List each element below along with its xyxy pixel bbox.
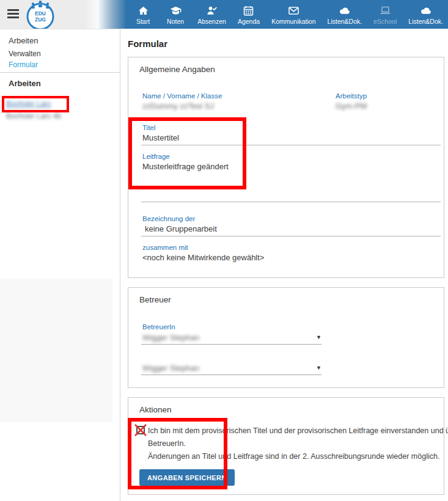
card-title: Allgemeine Angaben	[139, 65, 215, 74]
home-icon	[137, 5, 150, 16]
sidebar-section-title: Arbeiten	[9, 36, 38, 45]
sidebar-empty-panel	[0, 279, 112, 422]
person-check-icon	[205, 5, 218, 16]
betreuerin2-select-underline	[141, 375, 321, 375]
betreuerin-select-underline	[141, 344, 321, 345]
bezeichnung-input-underline	[141, 236, 441, 236]
sidebar-item-verwalten[interactable]: Verwalten	[9, 49, 41, 58]
chevron-down-icon[interactable]: ▼	[316, 365, 321, 371]
hamburger-menu-icon[interactable]	[7, 9, 19, 18]
consent-checkbox[interactable]	[136, 426, 145, 434]
bezeichnung-field-label: Bezeichnung der	[142, 215, 195, 222]
nav-item-listen-dok-1[interactable]: Listen&Dok.	[328, 5, 362, 25]
sidebar-item-formular[interactable]: Formular	[9, 60, 38, 69]
laptop-icon	[379, 5, 392, 16]
betreuerin2-select-value-redacted[interactable]: Wigger Stephan	[142, 364, 199, 373]
sidebar: Arbeiten Verwalten Formular Arbeiten Boc…	[0, 29, 120, 501]
nav-item-agenda[interactable]: Agenda	[238, 5, 260, 25]
titel-field-label: Titel	[142, 124, 155, 131]
titel-field-value[interactable]: Mustertitel	[142, 133, 179, 142]
nav-item-eschool[interactable]: eSchool	[373, 5, 397, 25]
consent-line-3: Änderungen an Titel und Leitfrage sind i…	[148, 450, 448, 463]
envelope-icon	[287, 5, 300, 16]
svg-text:ZUG: ZUG	[35, 16, 46, 23]
titel-input-underline	[141, 145, 441, 145]
cloud-icon	[338, 5, 351, 16]
nav-item-kommunikation[interactable]: Kommunikation	[271, 5, 315, 25]
save-button[interactable]: ANGABEN SPEICHERN	[139, 469, 235, 486]
svg-text:EDU: EDU	[35, 10, 46, 16]
zusammen-mit-field-value: <noch keine Mitwirkende gewählt>	[142, 253, 264, 262]
cloud-icon	[419, 5, 432, 16]
sidebar-student-item-redacted[interactable]: Bochsler Lars 4b	[6, 112, 61, 120]
nav-label: Start	[136, 18, 150, 25]
nav-item-listen-dok-2[interactable]: Listen&Dok.	[408, 5, 443, 25]
arbeitstyp-field-value-redacted: Gym-PM	[336, 101, 367, 111]
main-navigation: Start Noten Absenzen Agenda Kommunikatio…	[124, 0, 448, 29]
consent-line-2: BetreuerIn.	[148, 437, 448, 450]
chevron-down-icon[interactable]: ▼	[316, 334, 321, 340]
calendar-icon	[242, 5, 255, 16]
leitfrage-field-value[interactable]: Musterleitfrage geändert	[142, 162, 229, 171]
app-root: EDU ZUG Start Noten Absenzen Agenda	[0, 0, 448, 501]
betreuerin-select-value-redacted[interactable]: Wigger Stephan	[142, 333, 199, 342]
nav-label: Agenda	[238, 18, 260, 25]
nav-label: Listen&Dok.	[408, 18, 443, 25]
card-allgemeine-angaben: Allgemeine Angaben Name / Vorname / Klas…	[128, 57, 444, 278]
nav-label: Absenzen	[197, 18, 226, 25]
consent-line-1: Ich bin mit dem provisorischen Titel und…	[148, 425, 448, 437]
edu-zug-logo-icon: EDU ZUG	[23, 0, 57, 32]
top-navbar: EDU ZUG Start Noten Absenzen Agenda	[0, 0, 448, 29]
name-field-value-redacted: zzDummy zzTest SJ	[142, 101, 214, 111]
consent-text: Ich bin mit dem provisorischen Titel und…	[148, 425, 448, 463]
card-title: Aktionen	[139, 405, 172, 414]
zusammen-mit-field-label: zusammen mit	[142, 244, 188, 251]
leitfrage-input-underline	[141, 202, 441, 202]
betreuerin-field-label: BetreuerIn	[142, 323, 175, 331]
card-betreuer: Betreuer BetreuerIn Wigger Stephan ▼ Wig…	[128, 287, 444, 388]
nav-item-absenzen[interactable]: Absenzen	[197, 5, 226, 25]
nav-label: Listen&Dok.	[328, 18, 362, 25]
card-aktionen: Aktionen Ich bin mit dem provisorischen …	[128, 397, 444, 495]
sidebar-arbeiten-header: Arbeiten	[9, 79, 41, 88]
graduation-cap-icon	[169, 5, 182, 16]
nav-label: Kommunikation	[271, 18, 315, 25]
sidebar-student-link-redacted[interactable]: Bochsler Lars	[6, 100, 51, 108]
nav-label: eSchool	[373, 18, 397, 25]
nav-item-start[interactable]: Start	[133, 5, 153, 25]
page-title: Formular	[128, 38, 167, 49]
leitfrage-field-label: Leitfrage	[142, 153, 170, 160]
name-field-label: Name / Vorname / Klasse	[142, 92, 222, 100]
edu-zug-logo[interactable]: EDU ZUG	[23, 0, 57, 32]
arbeitstyp-field-label: Arbeitstyp	[336, 92, 367, 100]
card-title: Betreuer	[139, 295, 171, 304]
nav-label: Noten	[167, 18, 184, 25]
nav-item-noten[interactable]: Noten	[165, 5, 186, 25]
sidebar-divider	[0, 72, 120, 73]
bezeichnung-field-value[interactable]: keine Gruppenarbeit	[145, 224, 217, 233]
